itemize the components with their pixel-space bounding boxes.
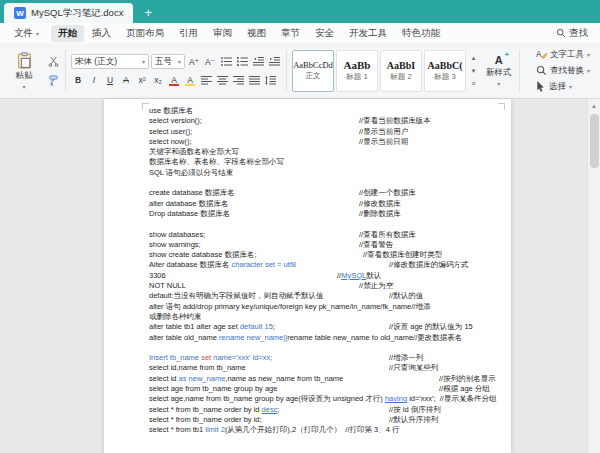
doc-line[interactable]: select * from tb_name order by id desc;/… [149, 405, 503, 415]
doc-line[interactable]: SQL 语句必须以分号结束 [149, 168, 503, 178]
strikethrough-button[interactable]: A [119, 73, 133, 87]
font-size-select[interactable]: 五号 ▾ [151, 54, 185, 69]
doc-line[interactable]: select now();//显示当前日期 [149, 137, 503, 147]
doc-line[interactable]: select id,name from tb_name//只查询某些列 [149, 363, 503, 373]
menu-tab-视图[interactable]: 视图 [240, 25, 273, 42]
divider [286, 50, 287, 91]
superscript-button[interactable]: x² [135, 73, 149, 87]
doc-line[interactable]: select age from tb_name group by age//根据… [149, 384, 503, 394]
doc-line[interactable]: 或删除各种约束 [149, 312, 503, 322]
new-style-button[interactable]: A+ 新样式 ▾ [484, 46, 514, 95]
doc-line[interactable]: 数据库名称、表名称、字段名称全部小写 [149, 157, 503, 167]
text-segment: select user(); [149, 127, 192, 136]
text-tool-button[interactable]: A 文字工具 ▾ [532, 48, 594, 62]
doc-line[interactable]: select * from tb_name order by id;//默认升序… [149, 415, 503, 425]
style-box[interactable]: AaBbCcDd正文 [292, 50, 334, 92]
increase-font-button[interactable]: A⁺ [187, 55, 201, 69]
doc-line[interactable]: show databases;//查看所有数据库 [149, 230, 503, 240]
menu-tab-开发工具[interactable]: 开发工具 [342, 25, 394, 42]
new-tab-button[interactable]: + [138, 3, 158, 23]
doc-line[interactable]: 关键字和函数名称全部大写 [149, 147, 503, 157]
bold-button[interactable]: B [71, 73, 85, 87]
paste-button[interactable]: 粘贴 ▾ [6, 52, 42, 90]
menu-tab-审阅[interactable]: 审阅 [206, 25, 239, 42]
divider [65, 50, 66, 91]
text-segment: //显示某条件分组 [436, 394, 497, 403]
subscript-button[interactable]: x₂ [151, 73, 165, 87]
doc-line[interactable]: select id as new_name,name as new_name f… [149, 374, 503, 384]
menu-tab-安全[interactable]: 安全 [308, 25, 341, 42]
gallery-more-button[interactable]: ≡ [468, 78, 479, 90]
line-spacing-button[interactable] [263, 73, 277, 87]
doc-line[interactable] [149, 178, 503, 188]
menu-tab-引用[interactable]: 引用 [172, 25, 205, 42]
underline-button[interactable]: U [103, 73, 117, 87]
menu-tab-特色功能[interactable]: 特色功能 [395, 25, 447, 42]
file-menu-button[interactable]: 文件 ▾ [6, 25, 47, 42]
select-button[interactable]: 选择 ▾ [532, 80, 594, 94]
doc-line[interactable]: show create database 数据库名;//查看数据库创建时类型 [149, 250, 503, 260]
select-label: 选择 [549, 81, 566, 93]
format-painter-button[interactable] [46, 73, 60, 87]
align-left-button[interactable] [199, 73, 213, 87]
italic-button[interactable]: I [87, 73, 101, 87]
outdent-button[interactable] [251, 55, 265, 69]
doc-line[interactable]: alter table old_name rename new_name||re… [149, 333, 503, 343]
doc-line[interactable]: create database 数据库名//创建一个数据库 [149, 188, 503, 198]
style-box[interactable]: AaBbC(标题 3 [424, 50, 466, 92]
find-replace-button[interactable]: 查找替换 ▾ [532, 64, 594, 78]
decrease-font-button[interactable]: A⁻ [203, 55, 217, 69]
text-segment: //按 id 倒序排列 [389, 405, 441, 414]
style-gallery-boxes: AaBbCcDd正文AaBb标题 1AaBbI标题 2AaBbC(标题 3 [292, 50, 466, 92]
find-button[interactable]: 查找 [550, 25, 594, 42]
doc-line[interactable]: 3306//MySQL默认 [149, 271, 503, 281]
doc-line[interactable]: alter database 数据库名//修改数据库 [149, 199, 503, 209]
doc-line[interactable]: select * from tb1 limit 2(从第几个开始打印),2（打印… [149, 425, 503, 435]
doc-line[interactable]: select version();//查看当前数据库版本 [149, 116, 503, 126]
document-page[interactable]: use 数据库名select version();//查看当前数据库版本sele… [104, 99, 511, 453]
justify-button[interactable] [247, 73, 261, 87]
menu-tab-页面布局[interactable]: 页面布局 [119, 25, 171, 42]
scrollbar-thumb[interactable] [590, 114, 599, 168]
chevron-down-icon: ▾ [36, 30, 39, 37]
style-box[interactable]: AaBb标题 1 [336, 50, 378, 92]
doc-line[interactable]: select user();//显示当前用户 [149, 127, 503, 137]
chevron-down-icon: ▾ [587, 51, 590, 58]
font-color-button[interactable]: A [167, 73, 181, 87]
doc-line[interactable]: show warnings;//查看警告 [149, 240, 503, 250]
doc-line[interactable] [149, 219, 503, 229]
align-center-button[interactable] [215, 73, 229, 87]
font-name-select[interactable]: 宋体 (正文) ▾ [71, 54, 149, 69]
align-right-button[interactable] [231, 73, 245, 87]
doc-line[interactable]: Drop database 数据库名//删除数据库 [149, 209, 503, 219]
doc-line[interactable] [149, 343, 503, 353]
doc-line[interactable]: select age,name from tb_name group by ag… [149, 394, 503, 404]
doc-line[interactable]: use 数据库名 [149, 106, 503, 116]
doc-line[interactable]: Insert tb_name set name='xxx' id=xx;//增添… [149, 353, 503, 363]
text-segment: //删除数据库 [359, 209, 401, 218]
doc-line[interactable]: default:当没有明确为字段赋值时，则自动赋予默认值//默认的值 [149, 291, 503, 301]
gallery-down-button[interactable]: ▾ [468, 65, 479, 77]
document-tab[interactable]: W MySQL学习笔记.docx [4, 3, 133, 23]
bullets-button[interactable] [219, 55, 233, 69]
indent-button[interactable] [267, 55, 281, 69]
document-tab-title: MySQL学习笔记.docx [31, 7, 123, 20]
style-label: 标题 1 [346, 72, 367, 82]
highlight-button[interactable]: A [183, 73, 197, 87]
menu-tab-开始[interactable]: 开始 [51, 25, 84, 42]
menu-tab-插入[interactable]: 插入 [85, 25, 118, 42]
scroll-up-arrow-icon[interactable]: ▴ [588, 99, 600, 112]
doc-line[interactable]: Alter database 数据库名 character set = utf8… [149, 260, 503, 270]
doc-line[interactable]: NOT NULL//禁止为空 [149, 281, 503, 291]
doc-line[interactable]: alter 语句 add/drop primary key/unique/for… [149, 302, 503, 312]
text-segment: rename table new_name to old_name [287, 333, 413, 342]
text-segment: alter table old_name [149, 333, 219, 342]
vertical-scrollbar[interactable]: ▴ [587, 99, 600, 453]
gallery-up-button[interactable]: ▴ [468, 52, 479, 64]
menu-tab-章节[interactable]: 章节 [274, 25, 307, 42]
cut-button[interactable] [46, 54, 60, 68]
doc-line[interactable]: alter table tb1 alter age set default 15… [149, 322, 503, 332]
text-segment: select * from tb_name order by id [149, 405, 262, 414]
style-box[interactable]: AaBbI标题 2 [380, 50, 422, 92]
numbering-button[interactable] [235, 55, 249, 69]
